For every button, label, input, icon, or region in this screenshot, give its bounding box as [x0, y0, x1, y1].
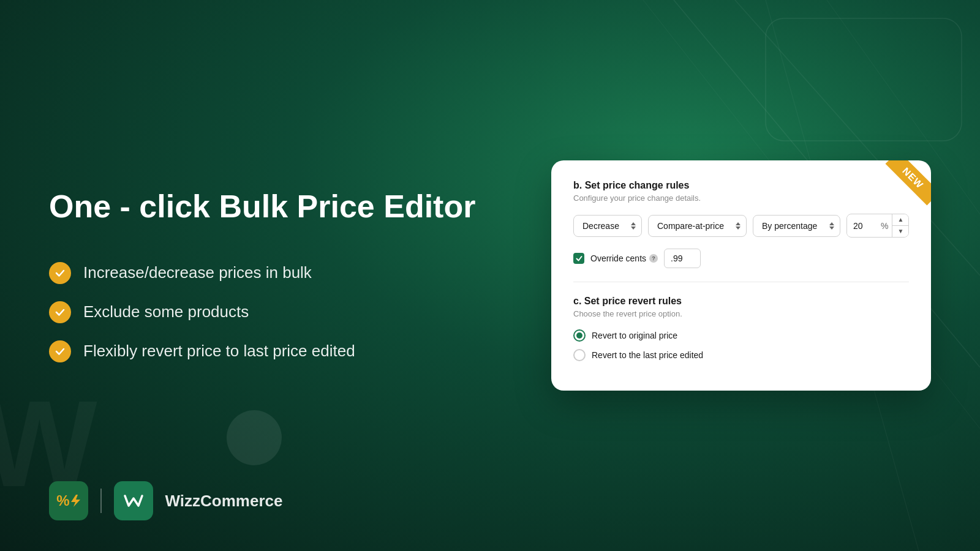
method-select-wrapper[interactable]: By percentage By amount To fixed value [753, 215, 840, 237]
price-rules-subtitle: Configure your price change details. [573, 193, 909, 203]
target-select-wrapper[interactable]: Price Compare-at-price [648, 215, 747, 237]
radio-row-original[interactable]: Revert to original price [573, 329, 909, 342]
radio-last-label: Revert to the last price edited [592, 350, 703, 360]
amount-input-wrapper[interactable]: % ▲ ▼ [846, 214, 909, 238]
direction-select-wrapper[interactable]: Increase Decrease [573, 215, 642, 237]
revert-rules-subtitle: Choose the revert price option. [573, 309, 909, 318]
radio-original-label: Revert to original price [592, 331, 677, 340]
spinner-up-button[interactable]: ▲ [892, 214, 908, 226]
right-panel: NEW b. Set price change rules Configure … [551, 160, 931, 391]
spinner-down-button[interactable]: ▼ [892, 226, 908, 237]
app-logo-symbol: % [56, 492, 69, 509]
spinner-buttons: ▲ ▼ [892, 214, 908, 237]
new-badge-label: NEW [885, 160, 931, 206]
radio-last-outer[interactable] [573, 349, 586, 361]
amount-input[interactable] [847, 216, 881, 236]
override-cents-row: Override cents ? [573, 249, 909, 268]
override-cents-checkbox[interactable] [573, 253, 584, 264]
logos-area: % WizzCommerce [49, 481, 282, 520]
feature-list: Increase/decrease prices in bulk Exclude… [49, 262, 514, 362]
brand-logo [114, 481, 153, 520]
feature-text-2: Exclude some products [83, 302, 249, 321]
feature-text-1: Increase/decrease prices in bulk [83, 263, 312, 282]
main-content: One - click Bulk Price Editor Increase/d… [0, 0, 980, 551]
radio-original-outer[interactable] [573, 329, 586, 342]
check-icon-1 [49, 262, 71, 284]
price-editor-card: NEW b. Set price change rules Configure … [551, 160, 931, 391]
info-icon[interactable]: ? [649, 254, 658, 263]
new-badge: NEW [876, 160, 931, 216]
radio-row-last[interactable]: Revert to the last price edited [573, 349, 909, 361]
check-icon-2 [49, 301, 71, 323]
logo-divider [100, 489, 102, 513]
percent-symbol: % [881, 216, 892, 236]
feature-text-3: Flexibly revert price to last price edit… [83, 342, 355, 361]
method-select[interactable]: By percentage By amount To fixed value [753, 215, 840, 237]
feature-item-2: Exclude some products [49, 301, 514, 323]
controls-row: Increase Decrease Price Compare-at-price [573, 214, 909, 238]
price-rules-title: b. Set price change rules [573, 180, 909, 191]
main-title: One - click Bulk Price Editor [49, 189, 514, 225]
check-icon-3 [49, 340, 71, 362]
feature-item-3: Flexibly revert price to last price edit… [49, 340, 514, 362]
direction-select[interactable]: Increase Decrease [573, 215, 642, 237]
brand-name: WizzCommerce [165, 492, 283, 511]
feature-item-1: Increase/decrease prices in bulk [49, 262, 514, 284]
override-cents-label: Override cents ? [590, 253, 658, 263]
radio-original-inner [576, 332, 582, 339]
left-panel: One - click Bulk Price Editor Increase/d… [49, 189, 551, 362]
revert-rules-title: c. Set price revert rules [573, 296, 909, 307]
section-divider [573, 282, 909, 282]
target-select[interactable]: Price Compare-at-price [648, 215, 747, 237]
cents-input[interactable] [664, 249, 701, 268]
app-logo: % [49, 481, 88, 520]
